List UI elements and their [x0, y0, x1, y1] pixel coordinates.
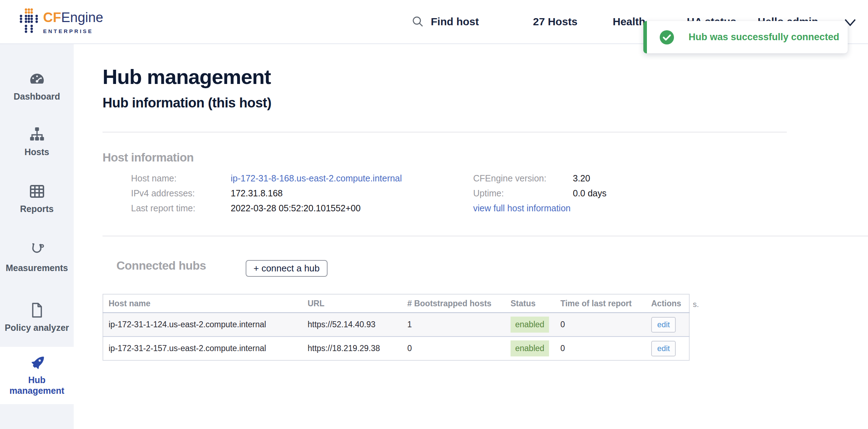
column-header-actions: Actions — [646, 294, 689, 313]
success-toast: Hub was successfully connected — [643, 21, 848, 53]
status-badge: enabled — [511, 340, 549, 356]
sidebar-item-label: Hub management — [9, 375, 66, 396]
cell-host-name: ip-172-31-2-157.us-east-2.compute.intern… — [103, 337, 302, 360]
cell-actions: edit — [646, 337, 689, 360]
nav-hosts-count[interactable]: 27 Hosts — [533, 0, 577, 43]
cell-host-name: ip-172-31-1-124.us-east-2.compute.intern… — [103, 313, 302, 337]
table-icon — [0, 183, 74, 200]
sidebar-item-hosts[interactable]: Hosts — [0, 126, 74, 157]
search-icon — [412, 15, 424, 28]
find-host-label: Find host — [431, 16, 479, 28]
cell-status: enabled — [505, 313, 555, 337]
divider — [103, 132, 787, 133]
connected-hubs-table: Host name URL # Bootstrapped hosts Statu… — [103, 294, 690, 361]
column-header-host-name: Host name — [103, 294, 302, 313]
check-circle-icon — [660, 30, 674, 44]
cfengine-version-value: 3.20 — [573, 173, 590, 184]
gauge-icon — [0, 70, 74, 88]
logo-cf: CF — [43, 10, 61, 25]
cell-actions: edit — [646, 313, 689, 337]
logo-enterprise: ENTERPRISE — [43, 28, 103, 34]
edit-button[interactable]: edit — [651, 341, 676, 356]
page-title: Hub management — [103, 65, 271, 89]
find-host-button[interactable]: Find host — [412, 0, 479, 43]
cfengine-logo-robot-icon — [19, 8, 38, 34]
sidebar-item-label: Dashboard — [0, 91, 74, 102]
sidebar-item-label: Hosts — [0, 147, 74, 157]
stethoscope-icon — [0, 242, 74, 259]
divider — [103, 235, 868, 237]
cell-bootstrapped-hosts: 1 — [402, 313, 505, 337]
document-icon — [0, 302, 74, 319]
sidebar-item-label: Measurements — [0, 263, 74, 273]
last-report-label: Last report time: — [131, 203, 195, 213]
sidebar-item-reports[interactable]: Reports — [0, 183, 74, 214]
host-information-heading: Host information — [103, 151, 194, 164]
column-header-url: URL — [302, 294, 402, 313]
cfengine-logo-text: CFEngine ENTERPRISE — [43, 8, 103, 34]
table-row: ip-172-31-1-124.us-east-2.compute.intern… — [103, 313, 689, 337]
screen: CFEngine ENTERPRISE Find host 27 Hosts H… — [0, 0, 868, 429]
uptime-label: Uptime: — [473, 188, 504, 198]
edit-button[interactable]: edit — [651, 317, 676, 333]
table-header-row: Host name URL # Bootstrapped hosts Statu… — [103, 294, 689, 313]
last-report-value: 2022-03-28 05:52:20.101552+00 — [231, 203, 361, 213]
ipv4-value: 172.31.8.168 — [231, 188, 283, 198]
chevron-down-icon[interactable] — [844, 18, 856, 27]
sidebar-item-measurements[interactable]: Measurements — [0, 242, 74, 273]
table-row: ip-172-31-2-157.us-east-2.compute.intern… — [103, 337, 689, 360]
column-header-time-of-last-report: Time of last report — [555, 294, 646, 313]
cfengine-logo[interactable]: CFEngine ENTERPRISE — [19, 8, 103, 34]
host-name-label: Host name: — [131, 173, 177, 184]
cell-url: https://18.219.29.38 — [302, 337, 402, 360]
ipv4-label: IPv4 addresses: — [131, 188, 195, 198]
sidebar-item-label: Reports — [0, 203, 74, 214]
rocket-icon — [0, 355, 74, 372]
cell-url: https://52.14.40.93 — [302, 313, 402, 337]
uptime-value: 0.0 days — [573, 188, 607, 198]
status-badge: enabled — [511, 317, 549, 333]
cell-time-of-last-report: 0 — [555, 337, 646, 360]
sidebar-item-label: Policy analyzer — [0, 322, 74, 333]
host-name-link[interactable]: ip-172-31-8-168.us-east-2.compute.intern… — [231, 173, 402, 184]
sidebar: Dashboard Hosts Reports — [0, 44, 74, 429]
connect-a-hub-button[interactable]: + connect a hub — [246, 260, 328, 277]
overflow-text-fragment: s. — [693, 300, 699, 309]
column-header-status: Status — [505, 294, 555, 313]
logo-engine: Engine — [61, 10, 103, 25]
cell-bootstrapped-hosts: 0 — [402, 337, 505, 360]
sidebar-item-dashboard[interactable]: Dashboard — [0, 70, 74, 102]
cell-status: enabled — [505, 337, 555, 360]
connected-hubs-heading: Connected hubs — [116, 259, 206, 272]
nav-health[interactable]: Health — [613, 0, 645, 43]
sidebar-item-policy-analyzer[interactable]: Policy analyzer — [0, 302, 74, 333]
cfengine-version-label: CFEngine version: — [473, 173, 547, 184]
cell-time-of-last-report: 0 — [555, 313, 646, 337]
sidebar-item-hub-management[interactable]: Hub management — [0, 347, 74, 404]
column-header-bootstrapped-hosts: # Bootstrapped hosts — [402, 294, 505, 313]
toast-message: Hub was successfully connected — [689, 32, 839, 43]
sitemap-icon — [0, 126, 74, 143]
page-subtitle: Hub information (this host) — [103, 95, 271, 111]
view-full-host-information-link[interactable]: view full host information — [473, 203, 571, 213]
